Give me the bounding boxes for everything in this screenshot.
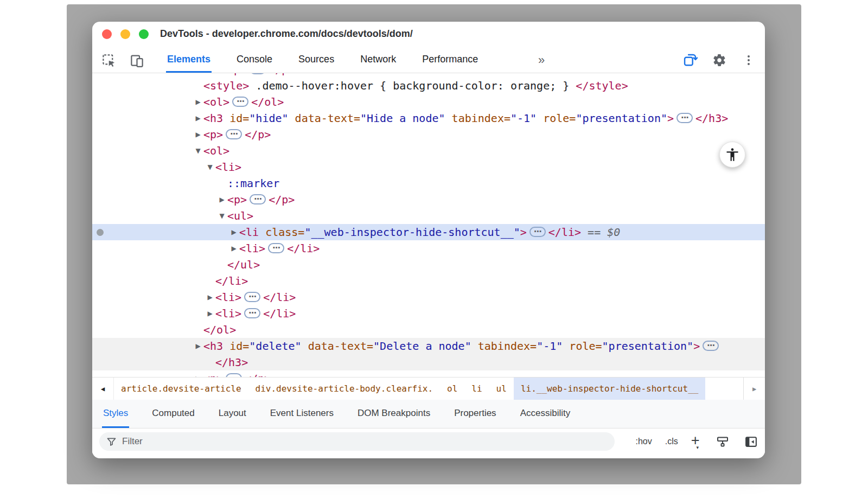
toolbar-tabs: ElementsConsoleSourcesNetworkPerformance bbox=[166, 48, 479, 73]
dom-tree-row[interactable]: ▶<ol>···</ol> bbox=[92, 94, 765, 110]
inspect-element-icon[interactable] bbox=[101, 53, 116, 68]
styles-tab-styles[interactable]: Styles bbox=[102, 400, 129, 428]
styles-tab-dom-breakpoints[interactable]: DOM Breakpoints bbox=[356, 400, 431, 428]
dom-tree-row[interactable]: ▶<p>···</p> bbox=[92, 370, 765, 377]
expand-arrow-icon[interactable]: ▶ bbox=[216, 73, 227, 78]
dom-tree-row[interactable]: </ul> bbox=[92, 257, 765, 273]
stamp-icon[interactable] bbox=[715, 434, 730, 449]
dom-tree-row[interactable]: ▶<p>···</p> bbox=[92, 73, 765, 78]
ellipsis-expand-button[interactable]: ··· bbox=[703, 341, 719, 351]
dom-tree-row[interactable]: ▼<ol> bbox=[92, 143, 765, 159]
styles-filter-input[interactable]: Filter bbox=[99, 432, 615, 451]
ellipsis-expand-button[interactable]: ··· bbox=[226, 129, 242, 139]
collapse-arrow-icon[interactable]: ▼ bbox=[193, 143, 203, 159]
expand-arrow-icon[interactable]: ▶ bbox=[205, 289, 215, 305]
tab-elements[interactable]: Elements bbox=[166, 48, 212, 73]
zoom-window-icon[interactable] bbox=[139, 29, 149, 39]
dom-tree-row[interactable]: ▶<li class="__web-inspector-hide-shortcu… bbox=[92, 224, 765, 240]
breadcrumb-item[interactable]: li.__web-inspector-hide-shortcut__ bbox=[514, 378, 706, 400]
dom-tree-row[interactable]: </li> bbox=[92, 273, 765, 289]
refresh-square-icon[interactable] bbox=[682, 53, 698, 68]
dom-tree-row[interactable]: <style> .demo--hover:hover { background-… bbox=[92, 78, 765, 94]
tab-console[interactable]: Console bbox=[235, 48, 273, 73]
ellipsis-expand-button[interactable]: ··· bbox=[250, 194, 266, 204]
code-token: </p> bbox=[245, 372, 271, 377]
window-title: DevTools - developer.chrome.com/docs/dev… bbox=[160, 28, 413, 40]
window-titlebar: DevTools - developer.chrome.com/docs/dev… bbox=[92, 22, 765, 48]
breadcrumb-scroll-left-icon[interactable]: ◀ bbox=[92, 378, 114, 400]
more-tabs-icon[interactable]: » bbox=[538, 48, 544, 73]
devtools-window: DevTools - developer.chrome.com/docs/dev… bbox=[92, 22, 765, 458]
element-classes-button[interactable]: .cls bbox=[665, 437, 678, 446]
code-token: $0 bbox=[607, 226, 620, 239]
filter-funnel-icon bbox=[106, 436, 117, 447]
code-token: "__web-inspector-hide-shortcut__" bbox=[304, 226, 520, 239]
dom-tree-row[interactable]: ▶<li>···</li> bbox=[92, 240, 765, 257]
ellipsis-expand-button[interactable]: ··· bbox=[226, 373, 242, 377]
dom-tree-row[interactable]: ▼<ul> bbox=[92, 208, 765, 224]
breadcrumb-item[interactable]: article.devsite-article bbox=[114, 378, 248, 400]
code-token: .demo--hover:hover { background-color: o… bbox=[249, 79, 576, 92]
styles-tab-properties[interactable]: Properties bbox=[453, 400, 497, 428]
breadcrumb-item[interactable]: li bbox=[464, 378, 489, 400]
styles-tab-event-listeners[interactable]: Event Listeners bbox=[269, 400, 335, 428]
expand-arrow-icon[interactable]: ▶ bbox=[228, 224, 239, 240]
ellipsis-expand-button[interactable]: ··· bbox=[676, 113, 693, 123]
device-toolbar-icon[interactable] bbox=[129, 53, 144, 68]
breadcrumb-item[interactable]: div.devsite-article-body.clearfix. bbox=[248, 378, 441, 400]
ellipsis-expand-button[interactable]: ··· bbox=[244, 308, 260, 318]
code-token: data-text= bbox=[302, 340, 373, 353]
dom-tree-panel: ▶<p>···</p><style> .demo--hover:hover { … bbox=[92, 73, 765, 377]
ellipsis-expand-button[interactable]: ··· bbox=[244, 292, 260, 302]
ellipsis-expand-button[interactable]: ··· bbox=[529, 227, 546, 237]
ellipsis-expand-button[interactable]: ··· bbox=[268, 243, 284, 253]
styles-tab-computed[interactable]: Computed bbox=[151, 400, 195, 428]
code-token: <li> bbox=[239, 242, 265, 255]
breadcrumb-item[interactable]: ol bbox=[440, 378, 464, 400]
expand-arrow-icon[interactable]: ▶ bbox=[228, 240, 239, 257]
collapse-arrow-icon[interactable]: ▼ bbox=[216, 208, 227, 224]
expand-arrow-icon[interactable]: ▶ bbox=[193, 126, 203, 143]
expand-arrow-icon[interactable]: ▶ bbox=[193, 370, 203, 378]
code-token: </ol> bbox=[203, 323, 236, 336]
expand-arrow-icon[interactable]: ▶ bbox=[193, 94, 203, 110]
dom-tree-row[interactable]: </ol> bbox=[92, 322, 765, 338]
sidebar-toggle-icon[interactable] bbox=[743, 434, 758, 449]
expand-arrow-icon[interactable]: ▶ bbox=[193, 338, 203, 354]
dom-tree-inner: ▶<p>···</p><style> .demo--hover:hover { … bbox=[92, 73, 765, 377]
dom-tree-row[interactable]: </h3> bbox=[92, 354, 765, 370]
dom-tree-row[interactable]: ::marker bbox=[92, 175, 765, 191]
dom-tree-row[interactable]: ▶<li>···</li> bbox=[92, 289, 765, 305]
accessibility-person-icon[interactable] bbox=[719, 142, 745, 168]
code-token: </li> bbox=[215, 274, 248, 287]
expand-arrow-icon[interactable]: ▶ bbox=[205, 305, 215, 322]
close-window-icon[interactable] bbox=[102, 29, 112, 39]
ellipsis-expand-button[interactable]: ··· bbox=[250, 73, 266, 74]
minimize-window-icon[interactable] bbox=[120, 29, 130, 39]
code-token: <p> bbox=[203, 128, 223, 141]
dom-tree-row[interactable]: ▶<p>···</p> bbox=[92, 126, 765, 143]
expand-arrow-icon[interactable]: ▶ bbox=[216, 191, 227, 208]
code-token: id= bbox=[223, 112, 249, 125]
ellipsis-expand-button[interactable]: ··· bbox=[232, 97, 248, 107]
code-token: ::marker bbox=[227, 177, 279, 190]
styles-tab-accessibility[interactable]: Accessibility bbox=[519, 400, 572, 428]
expand-arrow-icon[interactable]: ▶ bbox=[193, 110, 203, 126]
toggle-element-state-button[interactable]: :hov bbox=[635, 437, 652, 446]
breadcrumb-scroll-right-icon[interactable]: ▶ bbox=[743, 378, 765, 400]
dom-tree-row[interactable]: ▶<h3 id="hide" data-text="Hide a node" t… bbox=[92, 110, 765, 126]
collapse-arrow-icon[interactable]: ▼ bbox=[205, 159, 215, 175]
styles-tab-layout[interactable]: Layout bbox=[218, 400, 247, 428]
breadcrumb-item[interactable]: ul bbox=[489, 378, 514, 400]
code-token: </li> bbox=[287, 242, 320, 255]
dom-tree-row[interactable]: ▶<li>···</li> bbox=[92, 305, 765, 322]
dom-tree-row[interactable]: ▶<h3 id="delete" data-text="Delete a nod… bbox=[92, 338, 765, 354]
code-token: <style> bbox=[203, 79, 249, 92]
dom-tree-row[interactable]: ▼<li> bbox=[92, 159, 765, 175]
kebab-menu-icon[interactable] bbox=[741, 53, 756, 68]
settings-gear-icon[interactable] bbox=[712, 53, 727, 68]
tab-sources[interactable]: Sources bbox=[297, 48, 335, 73]
dom-tree-row[interactable]: ▶<p>···</p> bbox=[92, 191, 765, 208]
tab-network[interactable]: Network bbox=[359, 48, 397, 73]
tab-performance[interactable]: Performance bbox=[421, 48, 479, 73]
